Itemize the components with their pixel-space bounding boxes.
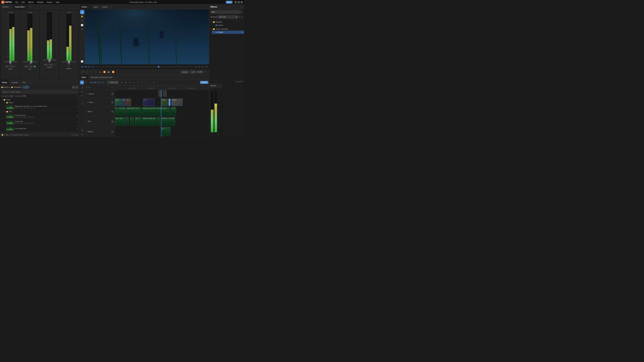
audio3-mute-btn[interactable]: Mute	[44, 64, 48, 66]
panel-options[interactable]: ⋮	[29, 5, 32, 8]
full-button[interactable]: Full	[190, 71, 196, 73]
media-eq-btn-beach[interactable]: ⚙	[76, 121, 78, 123]
menu-help[interactable]: Help	[54, 1, 61, 3]
editor-tool-4[interactable]: ◇	[132, 81, 136, 84]
export-button[interactable]: Export	[200, 81, 208, 84]
left-tool-1[interactable]: ⊡	[80, 86, 84, 89]
clip-link[interactable]: ⛓	[168, 99, 170, 106]
list-item[interactable]: Car Drifting.mp3 ⚙	[0, 125, 79, 132]
clip-music-4[interactable]: flight-of-the-inner-bird---out-of-flux-r…	[142, 107, 170, 115]
clip-sfx-3[interactable]	[130, 117, 134, 125]
viewer-panel-menu[interactable]: ⋮	[110, 6, 113, 8]
maximize-button[interactable]: □	[238, 1, 240, 3]
effects-menu[interactable]: ⋮	[240, 6, 243, 8]
list-item[interactable]: Bass Drop.mp3 00:00:03.816, stereo @ 480…	[0, 113, 79, 119]
editor-tool-3[interactable]: ⟳	[128, 81, 132, 84]
media-eq-btn-bass[interactable]: ⚙	[76, 115, 78, 117]
clip-sfx-7[interactable]: tel-aviv-a...l...ist...fp8	[161, 117, 175, 125]
crop-tool[interactable]: ⬜	[80, 23, 84, 27]
clip-sfx-4[interactable]: car-....mp3	[135, 117, 142, 125]
menu-effects[interactable]: Effects	[27, 1, 35, 3]
fader-knob-sfx[interactable]	[30, 60, 32, 63]
tree-curves-recents[interactable]: ◼ Curves	[212, 24, 244, 27]
track-mute-video1[interactable]: M	[111, 101, 114, 104]
clip-music-3[interactable]: flight-of-the-i...lux Artlist.mp3	[126, 107, 142, 115]
clip-music-5[interactable]: F...e	[172, 107, 176, 115]
clip-couple[interactable]: Couple	[172, 99, 183, 106]
editor-tool-7[interactable]: ⟨	[144, 81, 148, 84]
channel-sfx-fader[interactable]	[23, 61, 36, 62]
comp-tab[interactable]: Motorbike Composite Shot ×	[88, 75, 116, 80]
left-tool-bottom[interactable]: ⊞	[80, 128, 84, 132]
media-eq-btn-car[interactable]: ⚙	[76, 128, 78, 130]
media-eq-btn-flight[interactable]: ⚙	[76, 106, 78, 108]
grid-view-button[interactable]: ⊞	[72, 86, 75, 89]
buy-button[interactable]: Buy	[226, 1, 232, 3]
editor-tool-5[interactable]: ⬡	[136, 81, 140, 84]
menu-export[interactable]: Export	[46, 1, 54, 3]
menu-file[interactable]: File	[14, 1, 20, 3]
folder-audio[interactable]: ▼ 📁 Audio	[0, 98, 79, 101]
templates-button[interactable]: 📂 Templates	[11, 86, 21, 88]
close-button[interactable]: ×	[240, 1, 243, 3]
clip-w2[interactable]: W...2	[126, 99, 131, 106]
out-point-btn[interactable]: ⬚	[90, 70, 93, 74]
clip-wom[interactable]: Wom...ing	[115, 99, 122, 106]
music-mute-btn[interactable]: Mute	[5, 65, 9, 67]
clip-music-1[interactable]: fl...3	[115, 107, 118, 115]
bottom-remove-btn[interactable]: Remove	[24, 134, 29, 136]
comp-tab-close[interactable]: ×	[113, 76, 114, 78]
list-item[interactable]: Beach.mp3 00:02:00.048, stereo @ 80000Hz…	[0, 119, 79, 125]
meters-menu[interactable]: ⋮	[218, 84, 221, 87]
tree-color-header[interactable]: ▼ 📂 Color Correction	[209, 27, 244, 31]
editor-pointer-tool[interactable]: ▲	[80, 81, 84, 84]
sfx-solo-indicator[interactable]	[34, 66, 36, 67]
clip-audio3-1[interactable]: M...t	[161, 127, 170, 136]
import-button[interactable]: 📁 Import ▶	[1, 86, 10, 88]
filter-dropdown[interactable]: Show All	[218, 15, 238, 18]
audio-mixer-tab[interactable]: Audio Mixer ×	[13, 4, 29, 9]
track-mute-audio3[interactable]: M	[111, 131, 114, 133]
left-tool-3[interactable]: ⟷	[80, 94, 84, 97]
text-tab[interactable]: Text	[20, 80, 28, 85]
video2-clip-1[interactable]	[158, 90, 162, 97]
clip-sfx-5[interactable]: beach...st.mp3...ade	[142, 117, 156, 125]
fader-knob-master[interactable]	[68, 60, 70, 63]
clip-sfx-1[interactable]: natu...mp3	[115, 117, 124, 125]
new-button[interactable]: ● New	[22, 86, 30, 89]
menu-window[interactable]: Window	[36, 1, 45, 3]
video2-clip-2[interactable]	[163, 90, 167, 97]
folder-music[interactable]: ▼ 📁 Music	[0, 101, 79, 104]
editor-panel-menu[interactable]: ⋮	[116, 76, 120, 78]
color-tool[interactable]: ⬜	[80, 59, 84, 63]
clip-skatin[interactable]: Skatin...	[161, 99, 168, 106]
viewer-playhead-bar[interactable]	[96, 66, 193, 67]
editor-tool-2[interactable]: ⊞	[124, 81, 128, 84]
play-btn[interactable]: ▶	[107, 70, 111, 74]
skip-back-btn[interactable]: ⏮	[98, 70, 102, 74]
tree-recents-header[interactable]: ▼ 📂 Recents	[209, 20, 244, 24]
clip-r2[interactable]: R...2	[143, 99, 154, 106]
clip-sfx-2[interactable]	[125, 117, 129, 125]
loop-btn[interactable]: ↺	[81, 70, 84, 74]
new-clip-button[interactable]: ● New Clip	[107, 81, 119, 84]
menu-edit[interactable]: Edit	[20, 1, 26, 3]
fader-knob-music[interactable]	[10, 60, 12, 63]
tracks-menu[interactable]: ≡	[111, 86, 114, 89]
left-tool-5[interactable]: ✦	[80, 102, 84, 106]
effects-grid-icon[interactable]: ⊞	[239, 16, 240, 18]
channel-master-fader[interactable]	[62, 61, 76, 62]
controls-tab[interactable]: Controls	[9, 80, 20, 85]
list-view-button[interactable]: ☰	[75, 86, 78, 89]
audio3-solo-indicator[interactable]	[54, 64, 55, 66]
editor-tool-8[interactable]: ⟩	[148, 81, 152, 84]
trimmer-tab-close[interactable]: ×	[10, 6, 11, 8]
channel-audio3-fader[interactable]	[43, 60, 56, 60]
tree-curves-color[interactable]: ◼ Curves ★	[212, 31, 244, 34]
viewer-tab[interactable]: Viewer ×	[80, 4, 92, 9]
sort-button[interactable]: ⇅	[77, 95, 78, 97]
layer-tab[interactable]: Layer	[92, 4, 100, 9]
effects-search-input[interactable]	[210, 10, 241, 13]
music-solo-indicator[interactable]	[14, 66, 16, 67]
master-solo-indicator[interactable]	[68, 65, 70, 67]
